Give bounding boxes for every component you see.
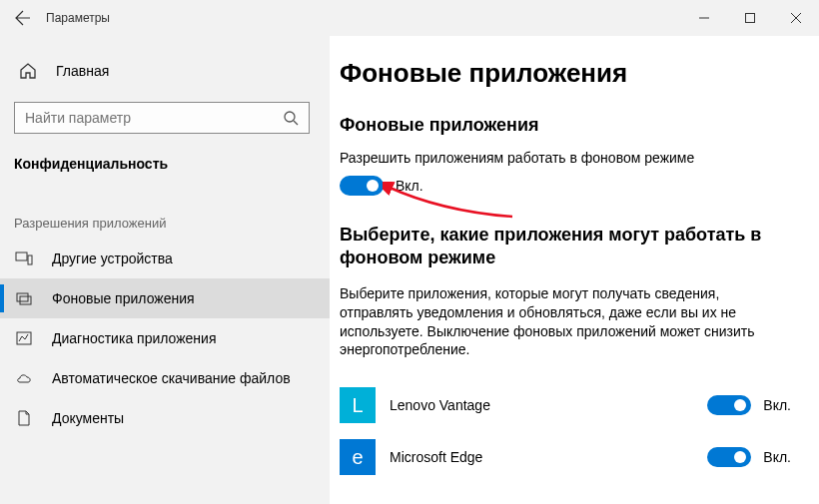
back-arrow-icon bbox=[15, 10, 31, 26]
master-toggle-label: Вкл. bbox=[396, 178, 423, 194]
search-icon bbox=[283, 110, 299, 126]
app-row: L Lenovo Vantage Вкл. bbox=[340, 379, 791, 431]
close-icon bbox=[791, 13, 801, 23]
app-toggle-label: Вкл. bbox=[763, 449, 791, 465]
main-content: Фоновые приложения Фоновые приложения Ра… bbox=[330, 36, 819, 504]
minimize-icon bbox=[699, 13, 709, 23]
svg-point-4 bbox=[285, 112, 295, 122]
sub-heading: Конфиденциальность bbox=[0, 148, 330, 188]
home-button[interactable]: Главная bbox=[0, 52, 330, 90]
sidebar-item-app-diagnostics[interactable]: Диагностика приложения bbox=[0, 318, 330, 358]
app-toggle[interactable] bbox=[707, 447, 751, 467]
svg-rect-6 bbox=[16, 252, 27, 260]
maximize-icon bbox=[745, 13, 755, 23]
sidebar-item-documents[interactable]: Документы bbox=[0, 398, 330, 438]
group-heading: Разрешения приложений bbox=[0, 188, 330, 239]
sidebar-item-label: Автоматическое скачивание файлов bbox=[52, 370, 291, 386]
sidebar-item-other-devices[interactable]: Другие устройства bbox=[0, 239, 330, 278]
home-label: Главная bbox=[56, 63, 109, 79]
sidebar-item-label: Другие устройства bbox=[52, 251, 173, 266]
device-icon bbox=[14, 250, 34, 267]
sidebar: Главная Конфиденциальность Разрешения пр… bbox=[0, 36, 330, 504]
svg-rect-9 bbox=[20, 296, 31, 304]
section1-title: Фоновые приложения bbox=[340, 115, 791, 136]
app-name: Lenovo Vantage bbox=[390, 397, 707, 413]
minimize-button[interactable] bbox=[681, 0, 727, 36]
apps-icon bbox=[14, 289, 34, 307]
page-title: Фоновые приложения bbox=[340, 58, 791, 89]
sidebar-item-background-apps[interactable]: Фоновые приложения bbox=[0, 278, 330, 318]
home-icon bbox=[18, 62, 38, 80]
svg-line-5 bbox=[294, 121, 298, 125]
svg-rect-8 bbox=[17, 293, 28, 301]
section2-desc: Выберите приложения, которые могут получ… bbox=[340, 284, 791, 360]
svg-rect-7 bbox=[28, 255, 32, 264]
sidebar-item-label: Документы bbox=[52, 410, 124, 426]
app-name: Microsoft Edge bbox=[390, 449, 707, 465]
app-toggle-label: Вкл. bbox=[763, 397, 791, 413]
app-icon-edge: e bbox=[340, 439, 376, 475]
svg-rect-1 bbox=[746, 14, 755, 23]
master-toggle[interactable] bbox=[340, 176, 384, 196]
search-input[interactable] bbox=[25, 110, 283, 126]
section1-desc: Разрешить приложениям работать в фоновом… bbox=[340, 150, 791, 166]
window-title: Параметры bbox=[46, 11, 110, 25]
app-icon-lenovo: L bbox=[340, 387, 376, 423]
app-row: e Microsoft Edge Вкл. bbox=[340, 431, 791, 483]
search-box[interactable] bbox=[14, 102, 310, 134]
sidebar-item-auto-download[interactable]: Автоматическое скачивание файлов bbox=[0, 358, 330, 398]
maximize-button[interactable] bbox=[727, 0, 773, 36]
titlebar: Параметры bbox=[0, 0, 819, 36]
app-toggle[interactable] bbox=[707, 395, 751, 415]
document-icon bbox=[14, 409, 34, 427]
close-button[interactable] bbox=[773, 0, 819, 36]
cloud-icon bbox=[14, 369, 34, 387]
sidebar-item-label: Фоновые приложения bbox=[52, 290, 195, 306]
sidebar-item-label: Диагностика приложения bbox=[52, 330, 216, 346]
diagnostics-icon bbox=[14, 329, 34, 347]
section2-title: Выберите, какие приложения могут работат… bbox=[340, 224, 791, 270]
back-button[interactable] bbox=[0, 0, 46, 36]
